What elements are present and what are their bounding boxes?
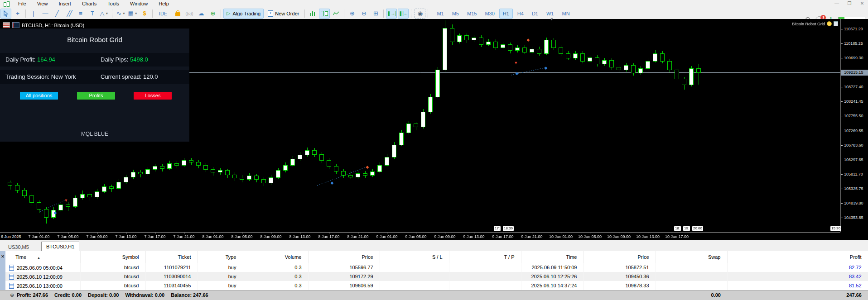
timeframe-M1[interactable]: M1 (433, 9, 447, 19)
column-header-type[interactable]: Type (198, 251, 243, 263)
timeframe-M5[interactable]: M5 (448, 9, 463, 19)
menu-tools[interactable]: Tools (102, 0, 125, 8)
ide-button[interactable]: IDE (155, 9, 171, 19)
auto-shift-button[interactable]: ❚|← (398, 9, 409, 19)
new-order-button[interactable]: +New Order (265, 9, 302, 19)
line-chart-type-button[interactable] (331, 9, 342, 19)
restore-button[interactable]: ❐ (846, 0, 853, 7)
ea-smiley-icon[interactable] (827, 21, 832, 26)
time-axis-label: 7 Jun 01:00 (28, 234, 49, 239)
minimize-button[interactable]: — (834, 0, 840, 7)
time-tick (677, 233, 677, 234)
text-tool-button[interactable]: T (87, 9, 98, 19)
screenshot-camera-button[interactable]: ◉ (415, 9, 425, 19)
account-plus-icon[interactable]: ⊕ (10, 290, 14, 300)
time-tick (358, 233, 358, 234)
deposit-button[interactable]: $ (139, 9, 150, 19)
menu-charts[interactable]: Charts (77, 0, 102, 8)
menu-help[interactable]: Help (153, 0, 174, 8)
table-row[interactable]: 2025.06.09 05:00:04btcusd1101079211buy0.… (5, 263, 868, 272)
indicators-button[interactable]: ∿▼ (116, 9, 126, 19)
column-header-swap-close[interactable]: Swap (656, 251, 727, 263)
column-header-price-close[interactable]: Price (583, 251, 656, 263)
column-header-profit-close[interactable]: Profit (727, 251, 868, 263)
time-axis-label: 10 Jun 01:00 (549, 234, 573, 239)
ea-properties-icon[interactable] (834, 21, 838, 26)
column-header-symbol[interactable]: Symbol (80, 251, 145, 263)
chart-area[interactable]: BTCUSD, H1: Bitcoin (USD) Bitcoin Robot … (0, 19, 868, 240)
separator (152, 10, 153, 18)
price-axis-label: 104839.80 (844, 200, 863, 206)
menu-file[interactable]: File (13, 0, 32, 8)
vertical-line-button[interactable]: | (28, 9, 39, 19)
cell-tp (449, 272, 521, 281)
time-axis-label: 8 Jun 21:00 (347, 234, 368, 239)
profits-button[interactable]: Profits (77, 92, 115, 100)
market-bag-icon[interactable] (172, 9, 183, 19)
arrow-down-marker-icon: ▼ (514, 61, 518, 65)
crosshair-tool-button[interactable]: + (12, 9, 23, 19)
column-header-ticket[interactable]: Ticket (145, 251, 198, 263)
cell-profit: 81.52 (727, 281, 868, 290)
time-axis[interactable]: 6 Jun 20257 Jun 01:007 Jun 05:007 Jun 09… (0, 232, 840, 241)
candlestick-chart-type-button[interactable] (319, 9, 330, 19)
column-header-sl[interactable]: S / L (380, 251, 449, 263)
bar-chart-type-button[interactable] (307, 9, 318, 19)
time-axis-label: 7 Jun 17:00 (144, 234, 165, 239)
column-header-time[interactable]: Time▲ (5, 251, 80, 263)
zoom-in-button[interactable]: ⊕ (347, 9, 357, 19)
cursor-tool-button[interactable] (0, 9, 11, 19)
zoom-out-button[interactable]: ⊖ (358, 9, 369, 19)
chart-tab-us30-m5[interactable]: US30,M5 (4, 243, 34, 251)
time-tick (648, 233, 648, 234)
timeframe-H4[interactable]: H4 (514, 9, 527, 19)
column-header-volume[interactable]: Volume (243, 251, 308, 263)
menu-insert[interactable]: Insert (53, 0, 77, 8)
table-row[interactable]: 2025.06.10 13:00:00btcusd1103140455buy0.… (5, 281, 868, 290)
timeframe-D1[interactable]: D1 (528, 9, 542, 19)
shift-end-button[interactable]: ❚→| (386, 9, 397, 19)
price-tick (841, 87, 843, 87)
separator (344, 10, 344, 18)
close-button[interactable]: ✕ (859, 0, 865, 7)
cell-tp (449, 263, 521, 272)
ea-panel-title: Bitcoin Robot Grid (0, 36, 189, 43)
fibonacci-button[interactable]: ≡ (75, 9, 86, 19)
table-row[interactable]: 2025.06.10 12:00:09btcusd1103090014buy0.… (5, 272, 868, 281)
menu-window[interactable]: Window (125, 0, 153, 8)
cloud-icon[interactable]: ☁ (196, 9, 207, 19)
separator (112, 10, 113, 18)
toolbox-close-icon[interactable]: ✕ (0, 252, 5, 261)
horizontal-line-button[interactable]: — (40, 9, 51, 19)
losses-button[interactable]: Losses (134, 92, 172, 100)
menu-view[interactable]: View (32, 0, 53, 8)
algo-trading-button[interactable]: ▷Algo Trading (223, 9, 264, 19)
all-positions-button[interactable]: All positions (20, 92, 58, 100)
sort-ascending-icon: ▲ (37, 256, 40, 259)
signals-icon[interactable]: ((o)) (184, 9, 195, 19)
channel-button[interactable]: ╱╱ (63, 9, 74, 19)
template-button[interactable]: ▦▼ (127, 9, 138, 19)
column-header-price[interactable]: Price (308, 251, 380, 263)
diamond-marker-icon: ◆ (516, 71, 519, 76)
cell-price: 105596.77 (308, 263, 380, 272)
diamond-marker-icon: ◆ (366, 165, 369, 169)
column-header-time-close[interactable]: Time (521, 251, 583, 263)
column-header-tp[interactable]: T / P (449, 251, 521, 263)
cell-open_time: 2025.06.10 12:00:09 (5, 272, 80, 281)
timeframe-M15[interactable]: M15 (463, 9, 480, 19)
community-icon[interactable]: ⊕ (207, 9, 218, 19)
time-tick (184, 233, 184, 234)
price-axis-label: 110185.25 (844, 41, 863, 46)
cell-type: buy (198, 272, 243, 281)
timeframe-MN[interactable]: MN (558, 9, 573, 19)
chart-tab-btcusd-h1[interactable]: BTCUSD,H1 (41, 242, 79, 251)
price-tick (841, 29, 843, 29)
trendline-button[interactable]: ╱ (52, 9, 63, 19)
timeframe-M30[interactable]: M30 (481, 9, 498, 19)
price-axis[interactable]: 110671.20110185.25109699.30108727.401082… (840, 19, 868, 232)
timeframe-H1[interactable]: H1 (499, 9, 513, 19)
time-axis-label: 10 Jun 13:00 (636, 234, 660, 239)
tile-windows-button[interactable]: ⊞ (370, 9, 381, 19)
shapes-button[interactable]: △▼ (99, 9, 110, 19)
